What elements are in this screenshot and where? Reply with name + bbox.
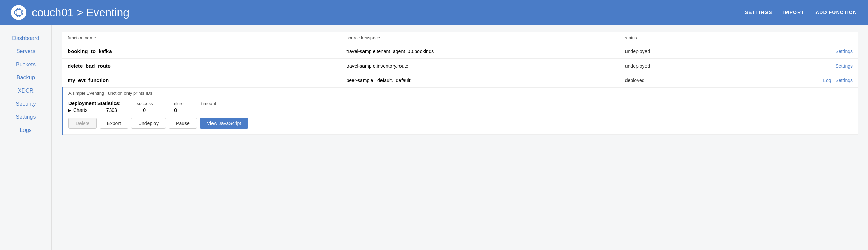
status-cell: undeployed	[620, 59, 739, 73]
functions-table: function name source keyspace status boo…	[62, 32, 858, 135]
stat-value-timeout: 0	[167, 107, 184, 113]
fn-name-booking: booking_to_kafka	[68, 48, 112, 54]
charts-label: Charts	[73, 107, 87, 113]
sidebar-item-backup[interactable]: Backup	[0, 71, 51, 84]
source-keyspace-cell: beer-sample._default._default	[341, 73, 619, 88]
deployment-stats-label: Deployment Statistics:	[68, 100, 121, 106]
fn-description: A simple Eventing Function only prints I…	[68, 90, 853, 96]
import-action[interactable]: IMPORT	[783, 10, 804, 15]
sidebar-item-xdcr[interactable]: XDCR	[0, 84, 51, 97]
fn-name-cell: my_evt_function	[62, 73, 341, 88]
stat-header-success: success	[134, 101, 155, 106]
expanded-row-my-evt: A simple Eventing Function only prints I…	[62, 88, 858, 135]
table-row: delete_bad_route travel-sample.inventory…	[62, 59, 858, 73]
fn-name-delete-bad-route: delete_bad_route	[68, 63, 111, 69]
charts-toggle[interactable]: ▶ Charts	[68, 107, 87, 113]
settings-link-booking[interactable]: Settings	[835, 49, 853, 54]
log-link-my-evt[interactable]: Log	[823, 78, 831, 83]
sidebar-item-servers[interactable]: Servers	[0, 45, 51, 58]
actions-cell: Settings	[739, 44, 858, 59]
add-function-action[interactable]: ADD FUNCTION	[815, 10, 857, 15]
view-javascript-button[interactable]: View JavaScript	[200, 118, 248, 129]
fn-name-my-evt: my_evt_function	[68, 77, 109, 83]
pause-button[interactable]: Pause	[169, 118, 197, 129]
col-header-source: source keyspace	[341, 32, 619, 44]
charts-arrow-icon: ▶	[68, 108, 71, 112]
undeploy-button[interactable]: Undeploy	[131, 118, 166, 129]
stat-value-success: 7303	[101, 107, 122, 113]
svg-point-0	[14, 9, 23, 16]
source-keyspace-booking: travel-sample.tenant_agent_00.bookings	[346, 49, 434, 54]
stat-value-failure: 0	[136, 107, 153, 113]
header-actions: SETTINGS IMPORT ADD FUNCTION	[745, 10, 857, 15]
actions-cell: Log Settings	[739, 73, 858, 88]
header: couch01 > Eventing SETTINGS IMPORT ADD F…	[0, 0, 868, 25]
sidebar-item-settings[interactable]: Settings	[0, 110, 51, 124]
status-my-evt: deployed	[625, 78, 645, 83]
source-keyspace-cell: travel-sample.tenant_agent_00.bookings	[341, 44, 619, 59]
settings-link-delete-bad-route[interactable]: Settings	[835, 63, 853, 69]
status-booking: undeployed	[625, 49, 650, 54]
export-button[interactable]: Export	[100, 118, 128, 129]
source-keyspace-cell: travel-sample.inventory.route	[341, 59, 619, 73]
sidebar-item-security[interactable]: Security	[0, 97, 51, 110]
source-keyspace-my-evt: beer-sample._default._default	[346, 78, 410, 83]
status-cell: deployed	[620, 73, 739, 88]
status-delete-bad-route: undeployed	[625, 63, 650, 69]
header-title: couch01 > Eventing	[32, 6, 129, 19]
actions-cell: Settings	[739, 59, 858, 73]
charts-row: ▶ Charts 7303 0 0	[68, 107, 853, 113]
expanded-content: A simple Eventing Function only prints I…	[62, 88, 858, 135]
stat-header-failure: failure	[169, 101, 186, 106]
settings-action[interactable]: SETTINGS	[745, 10, 772, 15]
sidebar-item-dashboard[interactable]: Dashboard	[0, 32, 51, 45]
stat-header-timeout: timeout	[200, 101, 217, 106]
delete-button[interactable]: Delete	[68, 118, 97, 129]
table-row: booking_to_kafka travel-sample.tenant_ag…	[62, 44, 858, 59]
stats-row: Deployment Statistics: success failure t…	[68, 100, 853, 106]
table-row: my_evt_function beer-sample._default._de…	[62, 73, 858, 88]
fn-name-cell: delete_bad_route	[62, 59, 341, 73]
col-header-actions	[739, 32, 858, 44]
action-buttons: Delete Export Undeploy Pause View JavaSc…	[68, 118, 853, 129]
sidebar-item-buckets[interactable]: Buckets	[0, 58, 51, 71]
settings-link-my-evt[interactable]: Settings	[835, 78, 853, 83]
logo	[11, 5, 26, 20]
status-cell: undeployed	[620, 44, 739, 59]
sidebar-item-logs[interactable]: Logs	[0, 124, 51, 137]
body-layout: Dashboard Servers Buckets Backup XDCR Se…	[0, 25, 868, 250]
sidebar: Dashboard Servers Buckets Backup XDCR Se…	[0, 25, 52, 250]
header-left: couch01 > Eventing	[11, 5, 129, 20]
source-keyspace-delete-bad-route: travel-sample.inventory.route	[346, 63, 408, 69]
col-header-fn-name: function name	[62, 32, 341, 44]
col-header-status: status	[620, 32, 739, 44]
fn-name-cell: booking_to_kafka	[62, 44, 341, 59]
main-content: function name source keyspace status boo…	[52, 25, 868, 250]
